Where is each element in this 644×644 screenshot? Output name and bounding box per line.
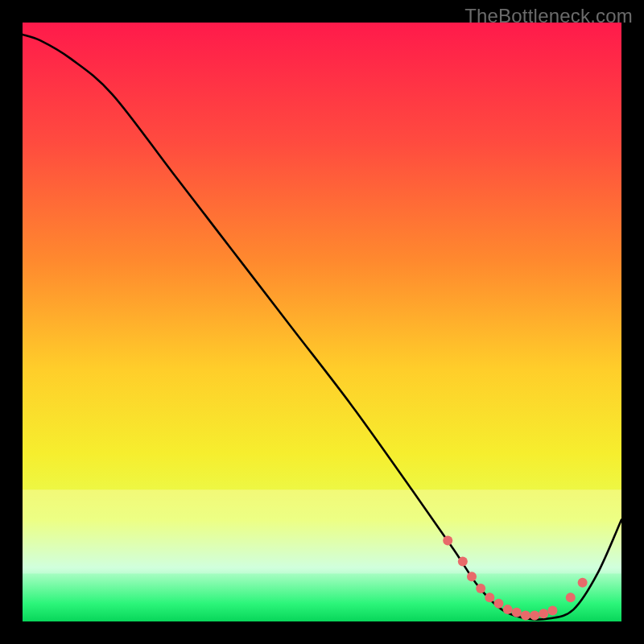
plot-area <box>23 23 621 621</box>
marker-dot <box>566 592 576 602</box>
marker-dot <box>493 599 503 609</box>
marker-dot <box>512 608 522 617</box>
marker-dot <box>485 592 494 602</box>
marker-dot <box>521 611 530 621</box>
marker-dot <box>476 584 485 593</box>
marker-dot <box>503 605 513 614</box>
chart-svg <box>23 23 621 621</box>
watermark-text: TheBottleneck.com <box>464 5 633 27</box>
marker-dot <box>539 609 548 618</box>
marker-dot <box>530 611 539 621</box>
glow-band <box>23 489 621 573</box>
marker-dot <box>443 536 452 546</box>
chart-frame: TheBottleneck.com <box>0 0 644 644</box>
marker-dot <box>467 572 477 581</box>
marker-dot <box>458 557 468 567</box>
marker-dot <box>547 606 557 616</box>
marker-dot <box>578 578 588 588</box>
